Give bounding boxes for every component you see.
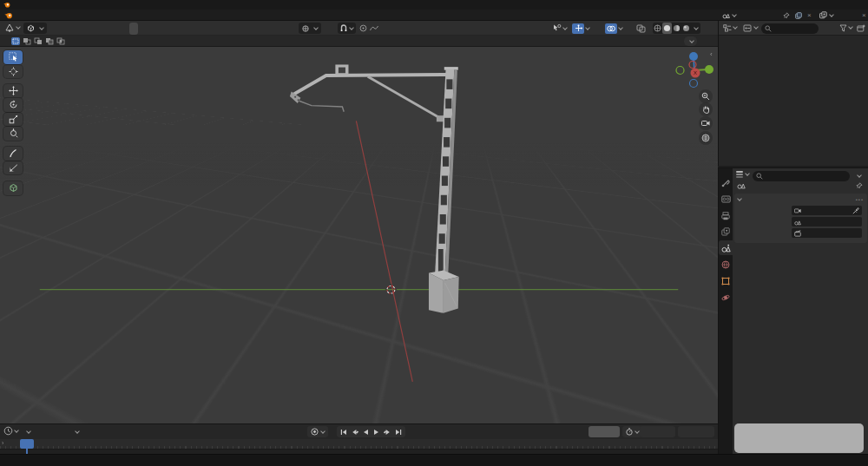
play-button[interactable] bbox=[373, 429, 379, 436]
auto-keyframe-toggle[interactable] bbox=[307, 426, 328, 437]
camera-field[interactable] bbox=[792, 206, 862, 215]
properties-editor: ••• bbox=[718, 167, 868, 454]
panel-menu-dots[interactable]: ••• bbox=[856, 197, 864, 202]
current-frame-field[interactable] bbox=[589, 426, 620, 437]
channel-expand-arrow[interactable]: › bbox=[2, 440, 3, 446]
playback-menu[interactable] bbox=[24, 424, 30, 439]
scene-selector[interactable] bbox=[722, 10, 739, 21]
menu-object[interactable] bbox=[129, 23, 138, 35]
options-dropdown[interactable] bbox=[684, 36, 697, 46]
tool-annotate-button[interactable] bbox=[3, 147, 23, 161]
select-subtract-button[interactable] bbox=[34, 37, 43, 45]
remove-view-layer-icon[interactable]: × bbox=[862, 10, 866, 21]
chevron-down-icon[interactable] bbox=[562, 25, 568, 30]
tab-world[interactable] bbox=[719, 257, 733, 272]
scene-panel-header[interactable]: ••• bbox=[734, 194, 867, 205]
active-clip-field-row bbox=[734, 226, 867, 238]
orthographic-toggle-button[interactable] bbox=[699, 131, 713, 145]
tool-move-button[interactable] bbox=[3, 84, 23, 98]
xray-toggle[interactable] bbox=[636, 24, 646, 33]
shading-rendered-button[interactable] bbox=[681, 23, 691, 34]
tool-rotate-button[interactable] bbox=[3, 98, 23, 112]
properties-search-input[interactable] bbox=[753, 171, 850, 181]
viewport-canvas[interactable]: X ‹ bbox=[0, 47, 718, 423]
breadcrumb bbox=[737, 181, 749, 189]
tab-tool[interactable] bbox=[719, 175, 733, 190]
transform-orientation-dropdown[interactable] bbox=[299, 23, 321, 34]
outliner-filter-icon[interactable] bbox=[743, 24, 752, 32]
properties-editor-type-button[interactable] bbox=[735, 170, 749, 179]
outliner-search-input[interactable] bbox=[761, 23, 819, 34]
view-layer-icon bbox=[819, 11, 827, 19]
shading-options-chevron[interactable] bbox=[691, 23, 700, 34]
frame-start-field[interactable] bbox=[640, 426, 675, 437]
overlays-toggle[interactable] bbox=[605, 23, 617, 34]
tab-output[interactable] bbox=[719, 208, 733, 223]
view-layer-selector[interactable] bbox=[819, 10, 836, 21]
chevron-down-icon[interactable] bbox=[733, 24, 738, 30]
tool-transform-button[interactable] bbox=[3, 127, 23, 141]
minimize-button[interactable] bbox=[800, 0, 819, 10]
chevron-down-icon[interactable] bbox=[753, 24, 759, 30]
timeline-editor-type-button[interactable] bbox=[3, 426, 18, 436]
background-scene-field[interactable] bbox=[792, 217, 862, 226]
keying-menu[interactable] bbox=[73, 424, 79, 439]
proportional-editing-icon[interactable] bbox=[359, 24, 367, 32]
shading-wireframe-button[interactable] bbox=[653, 23, 662, 34]
jump-to-end-button[interactable] bbox=[395, 429, 402, 436]
chevron-down-icon[interactable] bbox=[848, 24, 853, 30]
new-collection-icon[interactable] bbox=[857, 24, 865, 32]
active-clip-field[interactable] bbox=[792, 228, 862, 238]
tool-measure-button[interactable] bbox=[3, 161, 23, 175]
blender-app-icon[interactable] bbox=[4, 12, 13, 19]
play-reverse-button[interactable] bbox=[363, 429, 369, 436]
tab-view-layer[interactable] bbox=[719, 224, 733, 239]
jump-to-start-button[interactable] bbox=[340, 429, 347, 436]
camera-view-button[interactable] bbox=[699, 116, 713, 130]
maximize-button[interactable] bbox=[825, 0, 844, 10]
tool-scale-button[interactable] bbox=[3, 113, 23, 127]
tab-scene[interactable] bbox=[719, 240, 733, 255]
select-intersect-button[interactable] bbox=[56, 37, 65, 45]
scene-panel: ••• bbox=[734, 194, 867, 243]
eyedropper-icon[interactable] bbox=[852, 207, 859, 214]
funnel-filter-icon[interactable] bbox=[839, 24, 847, 32]
tool-cursor-button[interactable] bbox=[3, 65, 23, 79]
falloff-curve-icon[interactable] bbox=[370, 25, 378, 31]
tab-physics[interactable] bbox=[719, 290, 733, 305]
sidebar-collapse-arrow[interactable]: ‹ bbox=[710, 50, 713, 58]
editor-type-button[interactable] bbox=[4, 23, 20, 33]
select-invert-button[interactable] bbox=[45, 37, 54, 45]
gizmo-z-axis bbox=[689, 52, 698, 61]
unlink-scene-icon[interactable]: × bbox=[807, 10, 812, 21]
pin-icon[interactable] bbox=[783, 12, 790, 19]
select-extend-button[interactable] bbox=[23, 37, 31, 45]
shading-material-button[interactable] bbox=[672, 23, 681, 34]
previous-keyframe-button[interactable] bbox=[352, 429, 358, 436]
close-button[interactable] bbox=[847, 0, 866, 10]
chevron-down-icon bbox=[313, 25, 319, 30]
pin-icon[interactable] bbox=[856, 182, 863, 189]
chevron-down-icon[interactable] bbox=[857, 173, 862, 178]
mode-dropdown[interactable] bbox=[23, 23, 47, 34]
zoom-button[interactable] bbox=[699, 89, 713, 103]
tab-object[interactable] bbox=[719, 273, 733, 288]
shading-solid-button[interactable] bbox=[662, 23, 672, 34]
new-scene-icon[interactable] bbox=[795, 12, 802, 19]
display-mode-icon[interactable] bbox=[723, 24, 732, 32]
pan-hand-button[interactable] bbox=[699, 102, 713, 116]
tool-select-box-button[interactable] bbox=[3, 50, 23, 64]
chevron-down-icon[interactable] bbox=[585, 25, 590, 30]
scene-drawing bbox=[0, 47, 718, 423]
tool-add-cube-button[interactable] bbox=[3, 181, 23, 195]
chevron-down-icon[interactable] bbox=[618, 25, 623, 30]
show-object-types-icon[interactable] bbox=[552, 23, 562, 33]
next-keyframe-button[interactable] bbox=[384, 429, 391, 436]
select-new-button[interactable] bbox=[11, 37, 20, 45]
timeline-ruler[interactable]: › bbox=[0, 439, 718, 450]
tab-render[interactable] bbox=[719, 192, 733, 207]
playhead[interactable] bbox=[20, 439, 34, 449]
snap-toggle[interactable] bbox=[338, 23, 356, 34]
gizmos-toggle[interactable] bbox=[572, 23, 584, 34]
frame-end-field[interactable] bbox=[678, 426, 714, 437]
